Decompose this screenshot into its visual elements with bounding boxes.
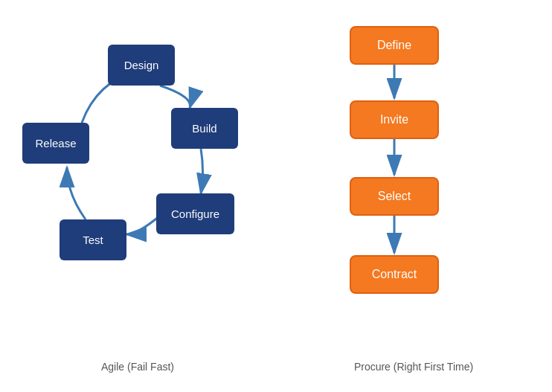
- procure-node-define: Define: [350, 26, 439, 65]
- labels-row: Agile (Fail Fast) Procure (Right First T…: [0, 357, 552, 392]
- agile-node-build: Build: [171, 108, 238, 149]
- procure-label: Procure (Right First Time): [275, 357, 552, 392]
- procure-node-contract: Contract: [350, 255, 439, 294]
- procure-node-invite: Invite: [350, 100, 439, 139]
- agile-section: Design Build Configure Test Release: [0, 0, 275, 357]
- procure-node-select: Select: [350, 177, 439, 216]
- procure-section: Define Invite Select Contract: [275, 0, 552, 357]
- diagram-container: Design Build Configure Test Release: [0, 0, 552, 357]
- agile-node-configure: Configure: [156, 193, 234, 234]
- agile-node-release: Release: [22, 123, 89, 164]
- agile-node-test: Test: [60, 219, 126, 260]
- agile-node-design: Design: [108, 45, 175, 86]
- agile-label: Agile (Fail Fast): [0, 357, 275, 392]
